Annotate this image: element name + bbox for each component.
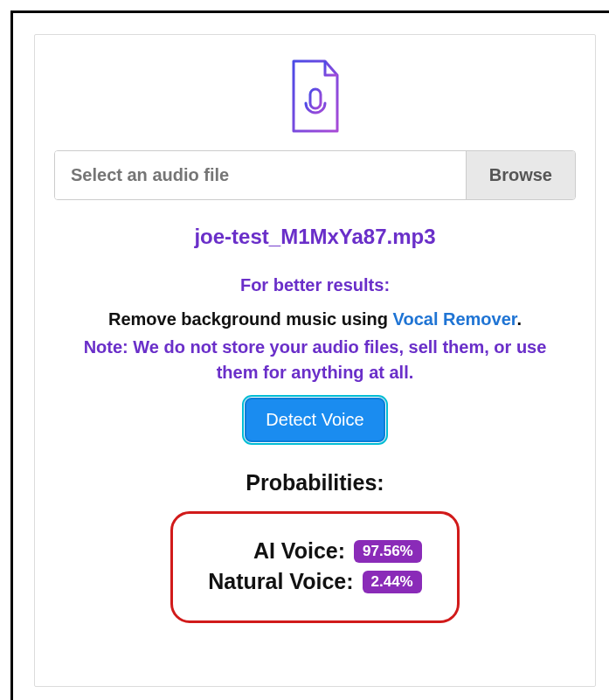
ai-voice-badge: 97.56% xyxy=(354,540,422,563)
ai-voice-label: AI Voice: xyxy=(253,538,345,564)
file-picker-row: Browse xyxy=(54,150,576,200)
app-frame: Browse joe-test_M1MxYa87.mp3 For better … xyxy=(10,10,609,700)
hint-title: For better results: xyxy=(54,275,576,295)
natural-voice-badge: 2.44% xyxy=(363,571,422,593)
audio-file-icon xyxy=(54,59,576,135)
natural-voice-label: Natural Voice: xyxy=(208,569,353,594)
upload-card: Browse joe-test_M1MxYa87.mp3 For better … xyxy=(34,34,596,687)
probabilities-title: Probabilities: xyxy=(54,470,576,496)
selected-filename: joe-test_M1MxYa87.mp3 xyxy=(54,225,576,249)
storage-note: Note: We do not store your audio files, … xyxy=(54,335,576,385)
ai-voice-row: AI Voice: 97.56% xyxy=(208,538,421,564)
svg-rect-0 xyxy=(310,89,321,108)
natural-voice-row: Natural Voice: 2.44% xyxy=(208,569,421,594)
browse-button[interactable]: Browse xyxy=(466,151,575,199)
vocal-remover-link[interactable]: Vocal Remover xyxy=(393,309,517,329)
detect-voice-button[interactable]: Detect Voice xyxy=(245,398,384,442)
hint-line: Remove background music using Vocal Remo… xyxy=(54,309,576,329)
hint-prefix: Remove background music using xyxy=(108,309,393,329)
probabilities-box: AI Voice: 97.56% Natural Voice: 2.44% xyxy=(170,511,459,623)
hint-suffix: . xyxy=(517,309,522,329)
file-input[interactable] xyxy=(55,151,466,199)
